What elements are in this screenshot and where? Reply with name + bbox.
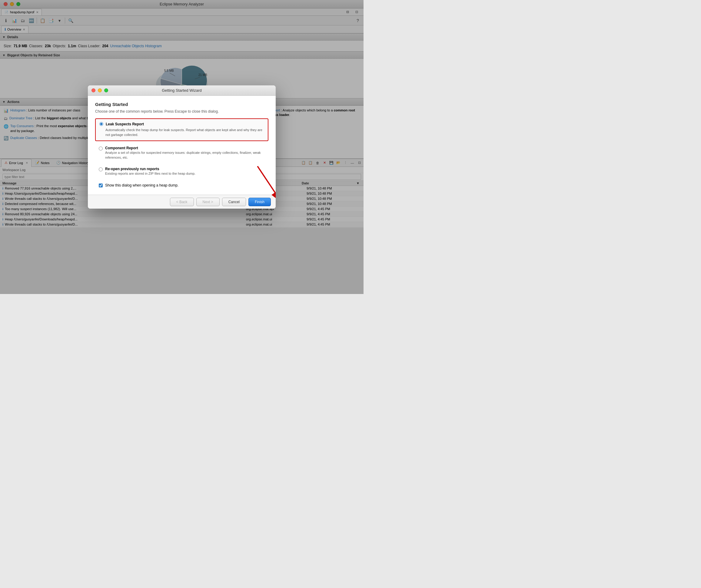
component-report-label: Component Report [105, 146, 265, 150]
dialog-title: Getting Started Wizard [162, 88, 202, 93]
component-report-content: Component Report Analyze a set of object… [105, 146, 265, 160]
leak-suspects-option-label: Leak Suspects Report [106, 122, 144, 126]
leak-suspects-radio[interactable] [99, 122, 103, 126]
component-report-desc: Analyze a set of objects for suspected m… [105, 150, 265, 160]
show-dialog-checkbox[interactable] [99, 184, 103, 188]
getting-started-dialog: Getting Started Wizard Getting Started C… [88, 85, 276, 209]
dialog-close-btn[interactable] [91, 88, 95, 92]
dialog-heading: Getting Started [95, 102, 268, 107]
reopen-reports-desc: Existing reports are stored in ZIP files… [105, 171, 265, 176]
component-report-option[interactable]: Component Report Analyze a set of object… [95, 144, 268, 162]
reopen-reports-option[interactable]: Re-open previously run reports Existing … [95, 165, 268, 178]
leak-suspects-desc: Automatically check the heap dump for le… [99, 127, 264, 137]
dialog-window-controls[interactable] [91, 88, 108, 92]
show-dialog-checkbox-row: Show this dialog when opening a heap dum… [95, 181, 268, 190]
dialog-subtext: Choose one of the common reports below. … [95, 109, 268, 113]
next-button[interactable]: Next > [196, 198, 220, 206]
modal-overlay: Getting Started Wizard Getting Started C… [0, 0, 364, 294]
leak-suspects-option[interactable]: Leak Suspects Report Automatically check… [95, 118, 268, 141]
dialog-footer: < Back Next > Cancel Finish [88, 195, 276, 209]
reopen-reports-radio[interactable] [99, 168, 103, 172]
component-report-radio[interactable] [99, 146, 103, 151]
reopen-reports-label: Re-open previously run reports [105, 167, 265, 171]
reopen-reports-content: Re-open previously run reports Existing … [105, 167, 265, 176]
dialog-min-btn[interactable] [98, 88, 102, 92]
dialog-titlebar: Getting Started Wizard [88, 85, 276, 96]
back-button[interactable]: < Back [170, 198, 194, 206]
dialog-max-btn[interactable] [104, 88, 108, 92]
dialog-body: Getting Started Choose one of the common… [88, 96, 276, 195]
show-dialog-label: Show this dialog when opening a heap dum… [105, 183, 179, 188]
finish-button[interactable]: Finish [248, 198, 271, 206]
leak-suspects-label-row: Leak Suspects Report [99, 122, 264, 126]
cancel-button[interactable]: Cancel [222, 198, 246, 206]
